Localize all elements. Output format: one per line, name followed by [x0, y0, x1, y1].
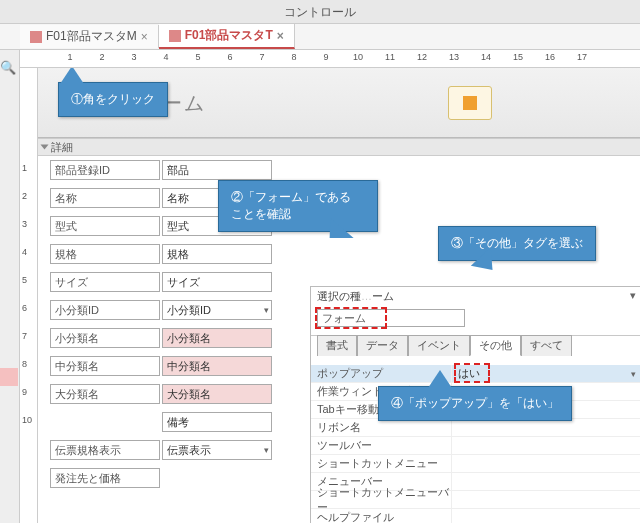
prop-value[interactable] [451, 455, 640, 472]
prop-sheet-header: 選択の種…ーム [311, 287, 640, 305]
prop-name: ショートカットメニュー [311, 455, 451, 472]
callout-2: ②「フォーム」であることを確認 [218, 180, 378, 232]
form-icon [30, 31, 42, 43]
prop-value[interactable] [451, 419, 640, 436]
field-row: 備考 [50, 412, 272, 432]
field-control[interactable]: 小分類ID▾ [162, 300, 272, 320]
prop-value[interactable] [451, 437, 640, 454]
callout-4-tail [428, 370, 452, 388]
field-label[interactable]: 中分類名 [50, 356, 160, 376]
prop-value[interactable] [451, 509, 640, 523]
dropdown-icon: ▾ [631, 369, 636, 379]
callout-1-tail [60, 68, 84, 84]
field-control[interactable]: 部品 [162, 160, 272, 180]
callout-4: ④「ポップアップ」を「はい」 [378, 386, 572, 421]
prop-row[interactable]: ショートカットメニュー [311, 455, 640, 473]
tab-label: F01部品マスタT [185, 27, 273, 44]
field-label[interactable]: 規格 [50, 244, 160, 264]
field-row: サイズサイズ [50, 272, 272, 292]
prop-name: リボン名 [311, 419, 451, 436]
prop-row[interactable]: リボン名 [311, 419, 640, 437]
field-row: 部品登録ID部品 [50, 160, 272, 180]
callout-1: ①角をクリック [58, 82, 168, 117]
prop-tab-strip: 書式データイベントその他すべて [311, 335, 640, 357]
record-selector [0, 368, 18, 386]
field-control[interactable]: 伝票表示▾ [162, 440, 272, 460]
nav-pane-collapsed[interactable]: 🔍 [0, 50, 20, 523]
prop-tab-4[interactable]: すべて [521, 335, 572, 356]
form-icon [169, 30, 181, 42]
field-control[interactable]: 備考 [162, 412, 272, 432]
prop-value[interactable] [451, 473, 640, 490]
field-label[interactable]: 小分類名 [50, 328, 160, 348]
field-row: 小分類ID小分類ID▾ [50, 300, 272, 320]
expand-icon [41, 145, 49, 150]
prop-row[interactable]: ツールバー [311, 437, 640, 455]
close-icon[interactable]: × [277, 29, 284, 43]
field-control[interactable]: 小分類名 [162, 328, 272, 348]
tab-f01-t[interactable]: F01部品マスタT × [159, 24, 295, 49]
section-label: 詳細 [51, 140, 73, 155]
field-label[interactable]: サイズ [50, 272, 160, 292]
highlight-popup-value [454, 363, 490, 383]
field-label[interactable]: 部品登録ID [50, 160, 160, 180]
field-label[interactable]: 名称 [50, 188, 160, 208]
prop-tab-1[interactable]: データ [357, 335, 408, 356]
field-label[interactable]: 伝票規格表示 [50, 440, 160, 460]
prop-row[interactable]: ヘルプファイル [311, 509, 640, 523]
detail-section-bar[interactable]: 詳細 [38, 138, 640, 156]
horizontal-ruler: 1234567891011121314151617 [20, 50, 640, 68]
prop-name: ツールバー [311, 437, 451, 454]
dropdown-icon: ▾ [264, 445, 269, 455]
prop-tab-2[interactable]: イベント [408, 335, 470, 356]
form-design-canvas[interactable]: フォーム 詳細 部品登録ID部品名称名称型式型式規格規格サイズサイズ小分類ID小… [38, 68, 640, 523]
pin-icon[interactable]: ▾ [630, 289, 636, 302]
vertical-ruler: 12345678910 [20, 68, 38, 523]
prop-row[interactable]: ショートカットメニューバー [311, 491, 640, 509]
field-control[interactable]: 大分類名 [162, 384, 272, 404]
prop-value[interactable] [451, 491, 640, 508]
field-control[interactable]: 規格 [162, 244, 272, 264]
field-row: 大分類名大分類名 [50, 384, 272, 404]
prop-name: ショートカットメニューバー [311, 491, 451, 508]
tab-label: F01部品マスタM [46, 28, 137, 45]
field-label[interactable]: 大分類名 [50, 384, 160, 404]
tab-f01-m[interactable]: F01部品マスタM × [20, 25, 159, 48]
prop-tab-0[interactable]: 書式 [317, 335, 357, 356]
field-label[interactable]: 発注先と価格 [50, 468, 160, 488]
close-form-button[interactable] [448, 86, 492, 120]
search-icon[interactable]: 🔍 [0, 60, 19, 75]
field-row: 規格規格 [50, 244, 272, 264]
field-control[interactable]: 中分類名 [162, 356, 272, 376]
field-row: 小分類名小分類名 [50, 328, 272, 348]
ribbon-title: コントロール [0, 0, 640, 24]
dropdown-icon: ▾ [264, 305, 269, 315]
callout-3: ③「その他」タグを選ぶ [438, 226, 596, 261]
field-row: 発注先と価格 [50, 468, 160, 488]
field-control[interactable]: サイズ [162, 272, 272, 292]
field-row: 伝票規格表示伝票表示▾ [50, 440, 272, 460]
prop-name: ヘルプファイル [311, 509, 451, 523]
close-icon[interactable]: × [141, 30, 148, 44]
field-label[interactable]: 小分類ID [50, 300, 160, 320]
document-tabs: F01部品マスタM × F01部品マスタT × [0, 24, 640, 50]
prop-tab-3[interactable]: その他 [470, 335, 521, 356]
highlight-form-type [315, 307, 387, 329]
field-label[interactable]: 型式 [50, 216, 160, 236]
field-row: 中分類名中分類名 [50, 356, 272, 376]
